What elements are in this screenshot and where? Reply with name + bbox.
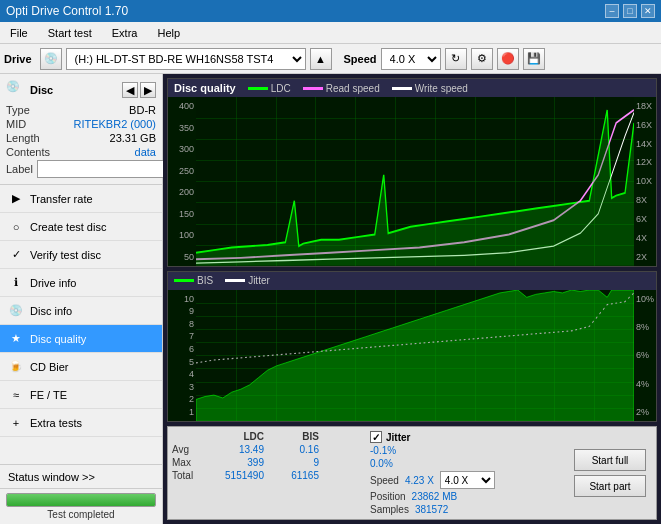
- drive-label: Drive: [4, 53, 32, 65]
- save-button[interactable]: 💾: [523, 48, 545, 70]
- avg-row: Avg 13.49 0.16: [172, 444, 364, 455]
- close-button[interactable]: ✕: [641, 4, 655, 18]
- drive-icon: 💿: [40, 48, 62, 70]
- settings-button[interactable]: ⚙: [471, 48, 493, 70]
- verify-test-disc-icon: ✓: [8, 247, 24, 263]
- total-row: Total 5151490 61165: [172, 470, 364, 481]
- stats-panel: LDC BIS Avg 13.49 0.16 Max 399 9 Total 5…: [167, 426, 657, 520]
- total-label: Total: [172, 470, 210, 481]
- label-label: Label: [6, 163, 33, 175]
- extra-tests-icon: +: [8, 415, 24, 431]
- disc-next-button[interactable]: ▶: [140, 82, 156, 98]
- jitter-header: ✓ Jitter: [370, 431, 562, 443]
- menu-extra[interactable]: Extra: [106, 25, 144, 41]
- maximize-button[interactable]: □: [623, 4, 637, 18]
- verify-test-disc-label: Verify test disc: [30, 249, 101, 261]
- sidebar-item-disc-quality[interactable]: ★ Disc quality: [0, 325, 162, 353]
- refresh-button[interactable]: ↻: [445, 48, 467, 70]
- eject-button[interactable]: ▲: [310, 48, 332, 70]
- info-button[interactable]: 🔴: [497, 48, 519, 70]
- bis-header: BIS: [272, 431, 327, 442]
- minimize-button[interactable]: –: [605, 4, 619, 18]
- top-chart: Disc quality LDC Read speed Write speed …: [167, 78, 657, 267]
- samples-row: Samples 381572: [370, 504, 562, 515]
- disc-prev-button[interactable]: ◀: [122, 82, 138, 98]
- contents-value: data: [61, 146, 156, 158]
- jitter-legend-label: Jitter: [248, 275, 270, 286]
- svg-marker-1: [196, 290, 634, 421]
- max-bis: 9: [272, 457, 327, 468]
- read-speed-legend: Read speed: [303, 83, 380, 94]
- jitter-checkbox[interactable]: ✓: [370, 431, 382, 443]
- ldc-header: LDC: [210, 431, 272, 442]
- ldc-legend: LDC: [248, 83, 291, 94]
- drive-toolbar: Drive 💿 (H:) HL-DT-ST BD-RE WH16NS58 TST…: [0, 44, 661, 74]
- top-chart-body: 400 350 300 250 200 150 100 50: [168, 97, 656, 266]
- status-window-label: Status window >>: [8, 471, 95, 483]
- max-label: Max: [172, 457, 210, 468]
- read-speed-legend-label: Read speed: [326, 83, 380, 94]
- progress-area: Test completed: [0, 489, 162, 524]
- label-input[interactable]: [37, 160, 170, 178]
- bis-legend: BIS: [174, 275, 213, 286]
- right-stats: ✓ Jitter -0.1% 0.0% Speed 4.23 X 4.0 X P…: [364, 431, 568, 515]
- drive-select[interactable]: (H:) HL-DT-ST BD-RE WH16NS58 TST4: [66, 48, 306, 70]
- bottom-chart-header: BIS Jitter: [168, 272, 656, 290]
- sidebar-item-disc-info[interactable]: 💿 Disc info: [0, 297, 162, 325]
- start-part-button[interactable]: Start part: [574, 475, 646, 497]
- total-bis: 61165: [272, 470, 327, 481]
- menu-start-test[interactable]: Start test: [42, 25, 98, 41]
- cd-bier-label: CD Bier: [30, 361, 69, 373]
- length-label: Length: [6, 132, 61, 144]
- max-jitter: 0.0%: [370, 458, 562, 469]
- max-row: Max 399 9: [172, 457, 364, 468]
- mid-value: RITEKBR2 (000): [61, 118, 156, 130]
- bis-legend-label: BIS: [197, 275, 213, 286]
- top-chart-svg: [196, 97, 634, 266]
- window-controls: – □ ✕: [605, 4, 655, 18]
- menu-file[interactable]: File: [4, 25, 34, 41]
- menu-help[interactable]: Help: [151, 25, 186, 41]
- transfer-rate-icon: ▶: [8, 191, 24, 207]
- type-value: BD-R: [61, 104, 156, 116]
- top-x-axis: 0.0 2.5 5.0 7.5 10.0 12.5 15.0 17.5 20.0…: [168, 266, 656, 267]
- fe-te-label: FE / TE: [30, 389, 67, 401]
- svg-marker-0: [196, 110, 634, 266]
- sidebar-item-cd-bier[interactable]: 🍺 CD Bier: [0, 353, 162, 381]
- sidebar-item-fe-te[interactable]: ≈ FE / TE: [0, 381, 162, 409]
- avg-bis: 0.16: [272, 444, 327, 455]
- disc-panel: 💿 Disc ◀ ▶ Type BD-R MID RITEKBR2 (000) …: [0, 74, 162, 185]
- stats-header-row: LDC BIS: [172, 431, 364, 442]
- status-window-button[interactable]: Status window >>: [0, 465, 162, 489]
- speed-select[interactable]: 4.0 X: [381, 48, 441, 70]
- content-area: Disc quality LDC Read speed Write speed …: [163, 74, 661, 524]
- top-chart-plot: [196, 97, 634, 266]
- top-chart-header: Disc quality LDC Read speed Write speed: [168, 79, 656, 97]
- transfer-rate-label: Transfer rate: [30, 193, 93, 205]
- sidebar-item-drive-info[interactable]: ℹ Drive info: [0, 269, 162, 297]
- disc-icon: 💿: [6, 80, 26, 100]
- disc-quality-label: Disc quality: [30, 333, 86, 345]
- sidebar-item-create-test-disc[interactable]: ○ Create test disc: [0, 213, 162, 241]
- avg-ldc: 13.49: [210, 444, 272, 455]
- write-speed-legend: Write speed: [392, 83, 468, 94]
- position-row: Position 23862 MB: [370, 491, 562, 502]
- speed-select-stat[interactable]: 4.0 X: [440, 471, 495, 489]
- start-full-button[interactable]: Start full: [574, 449, 646, 471]
- disc-info-label: Disc info: [30, 305, 72, 317]
- sidebar: 💿 Disc ◀ ▶ Type BD-R MID RITEKBR2 (000) …: [0, 74, 163, 524]
- sidebar-item-transfer-rate[interactable]: ▶ Transfer rate: [0, 185, 162, 213]
- sidebar-item-extra-tests[interactable]: + Extra tests: [0, 409, 162, 437]
- create-test-disc-label: Create test disc: [30, 221, 106, 233]
- sidebar-item-verify-test-disc[interactable]: ✓ Verify test disc: [0, 241, 162, 269]
- type-label: Type: [6, 104, 61, 116]
- write-speed-legend-label: Write speed: [415, 83, 468, 94]
- mid-label: MID: [6, 118, 61, 130]
- position-value: 23862 MB: [412, 491, 458, 502]
- bottom-chart-body: 10 9 8 7 6 5 4 3 2 1: [168, 290, 656, 421]
- length-value: 23.31 GB: [61, 132, 156, 144]
- bottom-chart-plot: [196, 290, 634, 421]
- stats-table: LDC BIS Avg 13.49 0.16 Max 399 9 Total 5…: [172, 431, 364, 515]
- menu-bar: File Start test Extra Help: [0, 22, 661, 44]
- progress-bar: [6, 493, 156, 507]
